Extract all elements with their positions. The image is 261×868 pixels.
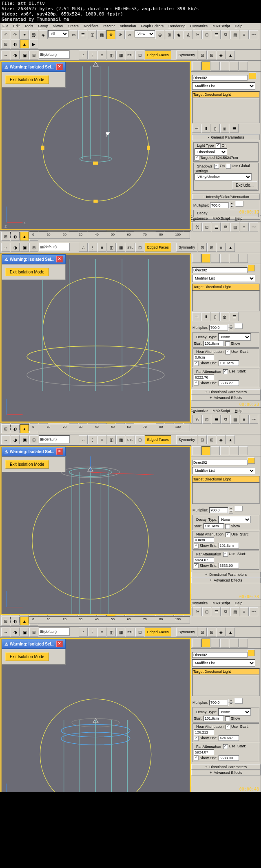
pin-stack-icon[interactable]: ⊣: [192, 124, 201, 133]
menu-edit[interactable]: Edit: [12, 24, 21, 29]
menu-tools[interactable]: Tools: [23, 24, 34, 29]
window-crossing-icon[interactable]: ▦: [97, 30, 106, 39]
snap-toggle-icon[interactable]: ◉: [174, 30, 183, 39]
video-info-header: File: att_01.flv Size: 2634527 bytes (2.…: [0, 0, 261, 23]
frame-2: FileEditToolsGroupViewsCreateModifiersre…: [0, 215, 261, 408]
edged-faces-button[interactable]: Edged Faces: [145, 51, 171, 59]
link-icon[interactable]: ⚭: [20, 30, 29, 39]
utilities-tab-icon[interactable]: [239, 62, 248, 70]
menu-reactor[interactable]: reactor: [102, 24, 116, 29]
motion-tab-icon[interactable]: [220, 62, 229, 70]
remove-mod-icon[interactable]: 🗑: [220, 124, 229, 133]
mirror-icon[interactable]: ⧉: [221, 30, 230, 39]
multiplier-field[interactable]: [210, 203, 229, 208]
svg-rect-9: [41, 146, 44, 150]
light-on-checkbox[interactable]: ✓: [216, 143, 221, 148]
configure-icon[interactable]: ☰: [230, 124, 239, 133]
axis-x-icon[interactable]: ↔: [1, 51, 10, 59]
exclude-button[interactable]: Exclude...: [232, 181, 257, 189]
subobj-4-icon[interactable]: ◫: [107, 51, 116, 59]
menu-file[interactable]: File: [1, 24, 10, 29]
misc-2-icon[interactable]: ⊞: [207, 51, 216, 59]
menu-animation[interactable]: Animation: [119, 24, 137, 29]
spinner-up-icon[interactable]: ▴: [229, 202, 234, 205]
show-result-icon[interactable]: Ⅱ: [201, 124, 210, 133]
close-icon[interactable]: ✕: [56, 64, 63, 70]
viewport[interactable]: ⚠ Warning: Isolated Sel... ✕ Exit Isolat…: [0, 61, 191, 231]
menu-help[interactable]: Help: [234, 24, 244, 29]
subobj-3-icon[interactable]: ≡: [97, 51, 106, 59]
global-settings-checkbox[interactable]: [226, 164, 231, 169]
menu-customize[interactable]: Customize: [189, 24, 209, 29]
light-type-select[interactable]: Directional: [195, 148, 227, 156]
pivot-icon[interactable]: ◎: [155, 30, 164, 39]
misc-1-icon[interactable]: ⊡: [198, 51, 207, 59]
menu-rendering[interactable]: Rendering: [167, 24, 187, 29]
display-tab-icon[interactable]: [230, 62, 239, 70]
menu-modifiers[interactable]: Modifiers: [82, 24, 100, 29]
symmetry-button[interactable]: Symmetry: [176, 51, 198, 59]
scale-icon[interactable]: ▱: [125, 30, 134, 39]
manipulate-icon[interactable]: ⊞: [165, 30, 174, 39]
layout-selector[interactable]: ⊞ (default): [39, 51, 70, 59]
boolean-icon[interactable]: ◑: [11, 51, 20, 59]
modifier-stack-item[interactable]: Target Directional Light: [192, 91, 260, 98]
rollout-general-params[interactable]: - General Parameters: [192, 134, 260, 140]
rollout-intensity[interactable]: - Intensity/Color/Attenuation: [192, 194, 260, 200]
redo-icon[interactable]: ↷: [11, 30, 20, 39]
select-icon[interactable]: ▭: [69, 30, 78, 39]
layers-icon[interactable]: ≡: [240, 30, 249, 39]
menu-group[interactable]: Group: [37, 24, 49, 29]
misc-4-icon[interactable]: ▲: [226, 51, 235, 59]
subobj-1-icon[interactable]: ∴: [79, 51, 88, 59]
bind-icon[interactable]: ◈: [39, 30, 48, 39]
targeted-checkbox[interactable]: ✓: [195, 156, 199, 161]
subobj-5-icon[interactable]: ▦: [116, 51, 125, 59]
subobj-2-icon[interactable]: ⋮: [88, 51, 97, 59]
misc-3-icon[interactable]: ◈: [217, 51, 226, 59]
object-name-field[interactable]: [192, 75, 248, 81]
undo-icon[interactable]: ↶: [1, 30, 10, 39]
percent-snap-icon[interactable]: %: [193, 30, 202, 39]
selection-filter[interactable]: All: [48, 30, 69, 37]
spinner-snap-icon[interactable]: ⊡: [202, 30, 211, 39]
menu-views[interactable]: Views: [52, 24, 64, 29]
svg-rect-8: [93, 200, 97, 203]
color-swatch-mult[interactable]: [235, 201, 243, 207]
create-tab-icon[interactable]: [192, 62, 201, 70]
spinner-down-icon[interactable]: ▾: [229, 205, 234, 209]
warning-icon: ⚠: [4, 65, 8, 69]
unlink-icon[interactable]: ⛓: [29, 30, 38, 39]
time-ruler[interactable]: 01020304050607080100: [29, 231, 190, 239]
named-sel-icon[interactable]: ☰: [212, 30, 221, 39]
shadow-on-checkbox[interactable]: ✓: [214, 164, 219, 169]
viewport[interactable]: ⚠Warning: Isolated Sel...✕ Exit Isolatio…: [0, 253, 191, 423]
schematic-icon[interactable]: ⊞: [1, 40, 10, 48]
render-scene-icon[interactable]: ▲: [20, 40, 29, 48]
attach-icon[interactable]: ▣: [20, 51, 29, 59]
modify-tab-icon[interactable]: [201, 62, 210, 70]
curve-editor-icon[interactable]: 〰: [249, 30, 258, 39]
exit-isolation-button[interactable]: Exit Isolation Mode: [5, 75, 49, 84]
render-icon[interactable]: ▶: [29, 40, 38, 48]
color-swatch[interactable]: [249, 73, 256, 79]
material-icon[interactable]: ◐: [11, 40, 20, 48]
move-icon[interactable]: ✥: [106, 30, 115, 39]
layout-icon[interactable]: ⊞: [29, 51, 38, 59]
wireframe-icon[interactable]: ⊡: [135, 51, 144, 59]
modifier-list[interactable]: Modifier List: [192, 82, 255, 90]
shadow-type-select[interactable]: VRayShadow: [195, 173, 252, 181]
stl-icon[interactable]: STL: [126, 51, 135, 59]
menu-create[interactable]: Create: [66, 24, 80, 29]
ref-coord[interactable]: View: [135, 30, 155, 37]
make-unique-icon[interactable]: ▯: [211, 124, 220, 133]
menu-maxscript[interactable]: MAXScript: [211, 24, 231, 29]
menu-grapheditors[interactable]: Graph Editors: [140, 24, 165, 29]
hierarchy-tab-icon[interactable]: [211, 62, 220, 70]
select-name-icon[interactable]: ☰: [78, 30, 87, 39]
rotate-icon[interactable]: ⟳: [116, 30, 125, 39]
angle-snap-icon[interactable]: ∡: [184, 30, 192, 39]
main-toolbar: ↶ ↷ ⚭ ⛓ ◈ All ▭ ☰ ◫ ▦ ✥ ⟳ ▱ View ◎ ⊞ ◉ ∡…: [0, 29, 261, 50]
select-region-icon[interactable]: ◫: [88, 30, 97, 39]
align-icon[interactable]: ▤: [230, 30, 239, 39]
